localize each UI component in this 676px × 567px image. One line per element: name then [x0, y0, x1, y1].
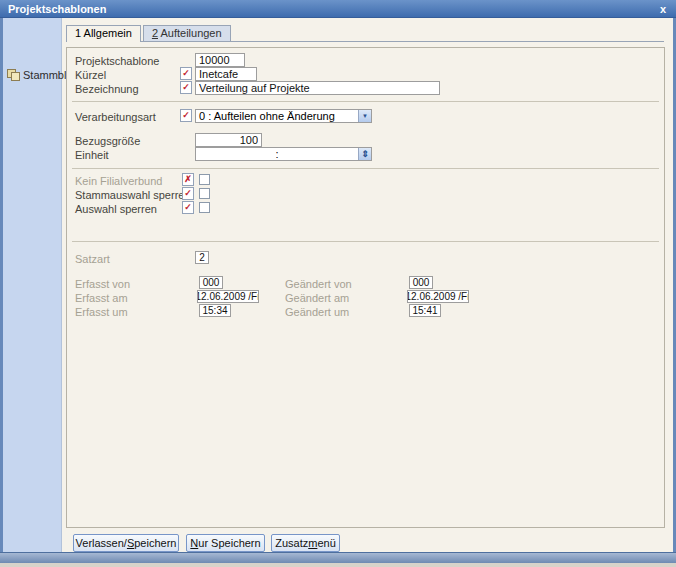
kein-filialverbund-cross-icon: ✗	[182, 173, 194, 186]
projektschablonen-window: Projektschablonen x Stammblatt	[0, 0, 676, 563]
separator-2	[72, 168, 659, 169]
bezeichnung-input[interactable]	[195, 81, 440, 95]
label-projektschablone: Projektschablone	[75, 55, 159, 67]
nur-speichern-label-post: ur Speichern	[198, 537, 260, 549]
zusatzmenu-label-post: enü	[317, 537, 335, 549]
tab-strip: 1 Allgemein 2 Aufteilungen	[66, 25, 664, 42]
label-einheit: Einheit	[75, 149, 109, 161]
zusatzmenu-label-pre: Zusatz	[275, 537, 308, 549]
label-geaendert-von: Geändert von	[285, 278, 352, 290]
kuerzel-input[interactable]	[195, 67, 257, 81]
geaendert-am-value: 12.06.2009 /Fr	[407, 290, 469, 303]
label-verarbeitungsart: Verarbeitungsart	[75, 111, 156, 123]
auswahl-sperren-checkbox[interactable]	[199, 202, 210, 213]
verlassen-speichern-label-post: peichern	[134, 537, 176, 549]
bottom-frame	[0, 552, 676, 563]
kuerzel-required-check-icon: ✓	[180, 67, 192, 80]
close-icon[interactable]: x	[658, 3, 668, 15]
nur-speichern-label-key: N	[190, 537, 198, 549]
window-title: Projektschablonen	[8, 3, 106, 15]
einheit-spinner-button[interactable]: ⇕	[358, 148, 371, 160]
verarbeitungsart-select[interactable]: 0 : Aufteilen ohne Änderung ▼	[195, 109, 372, 123]
label-auswahl-sperren: Auswahl sperren	[75, 203, 157, 215]
bezugsgroesse-input[interactable]	[195, 133, 262, 147]
titlebar: Projektschablonen x	[0, 0, 676, 18]
einheit-select[interactable]: : ⇕	[195, 147, 372, 161]
verlassen-speichern-label-pre: Verlassen/	[76, 537, 127, 549]
label-satzart: Satzart	[75, 253, 110, 265]
label-kuerzel: Kürzel	[75, 69, 106, 81]
label-bezugsgroesse: Bezugsgröße	[75, 135, 140, 147]
label-stammauswahl-sperren: Stammauswahl sperren	[75, 189, 191, 201]
label-kein-filialverbund: Kein Filialverbund	[75, 175, 162, 187]
geaendert-um-value: 15:41	[409, 304, 441, 317]
zusatzmenu-button[interactable]: Zusatzmenü	[271, 534, 340, 552]
label-geaendert-um: Geändert um	[285, 306, 349, 318]
projektschablone-input[interactable]	[195, 53, 245, 67]
erfasst-am-value: 12.06.2009 /Fr	[197, 290, 259, 303]
sidebar: Stammblatt	[3, 18, 62, 552]
tab-allgemein[interactable]: 1 Allgemein	[66, 25, 141, 42]
bezeichnung-required-check-icon: ✓	[180, 81, 192, 94]
verarbeitungsart-dropdown-button[interactable]: ▼	[358, 110, 371, 122]
label-erfasst-von: Erfasst von	[75, 278, 130, 290]
button-row: Verlassen/Speichern Nur Speichern Zusatz…	[63, 534, 673, 554]
separator-3	[72, 241, 659, 242]
dropdown-arrow-icon: ▼	[362, 113, 368, 119]
satzart-value: 2	[195, 251, 209, 264]
updown-arrow-icon: ⇕	[361, 150, 369, 159]
label-geaendert-am: Geändert am	[285, 292, 349, 304]
tab-aufteilungen-label: Aufteilungen	[158, 27, 222, 39]
verarbeitungsart-selected-value: 0 : Aufteilen ohne Änderung	[196, 110, 358, 122]
erfasst-von-value: 000	[199, 276, 223, 289]
label-erfasst-am: Erfasst am	[75, 292, 128, 304]
label-erfasst-um: Erfasst um	[75, 306, 128, 318]
screen: Projektschablonen x Stammblatt	[0, 0, 676, 567]
tab-allgemein-label: 1 Allgemein	[75, 27, 132, 39]
main-area: 1 Allgemein 2 Aufteilungen Projektschabl…	[63, 18, 673, 552]
einheit-selected-value: :	[196, 148, 358, 160]
nur-speichern-button[interactable]: Nur Speichern	[186, 534, 265, 552]
stammauswahl-sperren-check-icon: ✓	[182, 187, 194, 200]
separator-1	[72, 101, 659, 102]
window-body: Stammblatt 1 Allgemein 2 Aufteilungen	[0, 18, 676, 552]
zusatzmenu-label-key: m	[308, 537, 317, 549]
geaendert-von-value: 000	[409, 276, 433, 289]
kein-filialverbund-checkbox[interactable]	[199, 174, 210, 185]
erfasst-um-value: 15:34	[199, 304, 231, 317]
stammauswahl-sperren-checkbox[interactable]	[199, 188, 210, 199]
stammblatt-cards-icon	[7, 69, 20, 81]
label-bezeichnung: Bezeichnung	[75, 83, 139, 95]
verarbeitungsart-required-check-icon: ✓	[180, 109, 192, 122]
verlassen-speichern-button[interactable]: Verlassen/Speichern	[73, 534, 179, 552]
form-panel: Projektschablone Kürzel ✓ Bezeichnung ✓ …	[66, 47, 665, 528]
tab-aufteilungen[interactable]: 2 Aufteilungen	[143, 25, 231, 41]
auswahl-sperren-check-icon: ✓	[182, 201, 194, 214]
verlassen-speichern-label-key: S	[127, 537, 134, 549]
